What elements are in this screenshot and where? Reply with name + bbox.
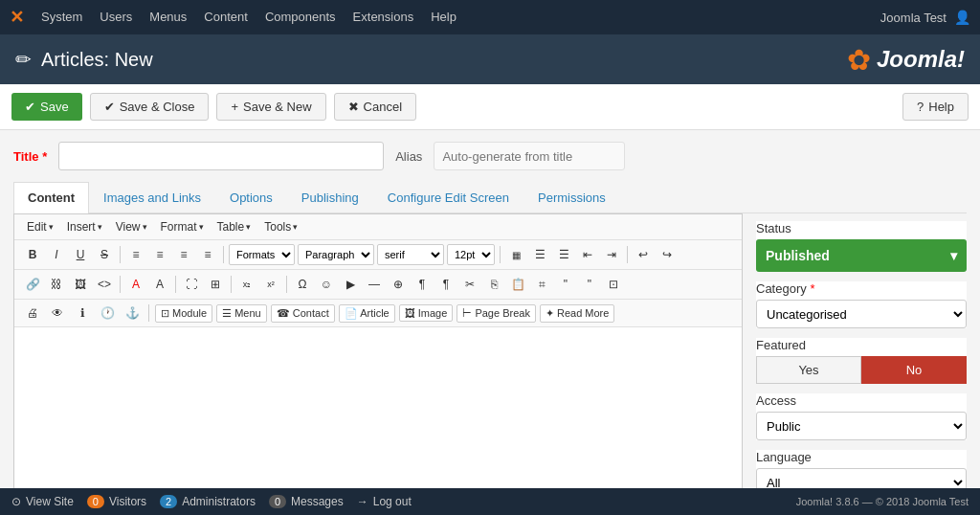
underline-button[interactable]: U <box>70 244 91 265</box>
align-left-button[interactable]: ≡ <box>125 244 146 265</box>
tab-images-links[interactable]: Images and Links <box>89 182 215 213</box>
media-button[interactable]: ▶ <box>340 274 361 295</box>
subscript-button[interactable]: x₂ <box>236 274 257 295</box>
clock-button[interactable]: 🕐 <box>97 302 118 324</box>
unlink-button[interactable]: ⛓ <box>46 274 67 295</box>
code-button[interactable]: <> <box>94 274 115 295</box>
nav-system[interactable]: System <box>33 0 90 34</box>
insert-readmore-button[interactable]: ✦ Read More <box>540 304 614 323</box>
insert-pagebreak-button[interactable]: ⊢ Page Break <box>457 304 536 323</box>
joomla-x-icon[interactable]: ✕ <box>10 7 24 28</box>
editor-menu-insert[interactable]: Insert ▾ <box>62 218 107 235</box>
editor-menu-tools[interactable]: Tools ▾ <box>259 218 302 235</box>
editor-menu-table[interactable]: Table ▾ <box>212 218 256 235</box>
nav-users[interactable]: Users <box>92 0 140 34</box>
source-button[interactable]: ⊡ <box>603 274 624 295</box>
view-site-item[interactable]: ⊙ View Site <box>11 495 74 508</box>
rtl-button[interactable]: ¶ <box>435 274 457 295</box>
special-char-button[interactable]: Ω <box>292 274 313 295</box>
featured-no-button[interactable]: No <box>861 356 967 384</box>
status-value: Published <box>766 248 830 263</box>
font-select[interactable]: serif <box>377 244 444 265</box>
bold-button[interactable]: B <box>22 244 43 265</box>
strikethrough-button[interactable]: S <box>94 244 115 265</box>
editor-menu-format[interactable]: Format ▾ <box>156 218 209 235</box>
title-row: Title * Alias <box>13 142 967 170</box>
outdent-button[interactable]: ⇤ <box>577 244 598 265</box>
show-blocks-button[interactable]: ⌗ <box>531 274 552 295</box>
toolbar-right: ? Help <box>902 93 969 121</box>
print-button[interactable]: 🖨 <box>22 302 43 324</box>
insert-image-button[interactable]: 🖼 Image <box>399 304 454 322</box>
nav-menus[interactable]: Menus <box>142 0 194 34</box>
fontsize-select[interactable]: 12pt <box>447 244 495 265</box>
bullet-list-button[interactable]: ☰ <box>529 244 550 265</box>
header-left: ✏ Articles: New <box>15 48 153 71</box>
insert-menu-button[interactable]: ☰ Menu <box>216 304 267 323</box>
pastetext-button[interactable]: ⊕ <box>388 274 409 295</box>
save-button[interactable]: ✔ Save <box>11 93 82 121</box>
editor-toolbar-2: 🔗 ⛓ 🖼 <> A A ⛶ ⊞ x₂ x² Ω ☺ ▶ <box>14 270 742 300</box>
nonbreaking-button[interactable]: " <box>579 274 600 295</box>
editor-menu-view[interactable]: View ▾ <box>111 218 152 235</box>
insert-article-button[interactable]: 📄 Article <box>339 304 395 323</box>
editor-toolbar-1: B I U S ≡ ≡ ≡ ≡ Formats Paragraph <box>14 240 742 270</box>
user-icon[interactable]: 👤 <box>954 10 970 25</box>
help-button[interactable]: ? Help <box>902 93 969 121</box>
save-new-button[interactable]: + Save & New <box>216 93 325 121</box>
text-highlight-button[interactable]: A <box>149 274 170 295</box>
nav-content[interactable]: Content <box>196 0 256 34</box>
paste-button[interactable]: 📋 <box>507 274 528 295</box>
tab-configure-edit-screen[interactable]: Configure Edit Screen <box>373 182 523 213</box>
alias-input[interactable] <box>434 142 625 170</box>
preview-button[interactable]: 👁 <box>47 302 68 324</box>
tab-publishing[interactable]: Publishing <box>287 182 373 213</box>
blockquote-button[interactable]: " <box>555 274 576 295</box>
tab-options[interactable]: Options <box>215 182 287 213</box>
tab-content[interactable]: Content <box>13 182 89 213</box>
hr-button[interactable]: — <box>364 274 385 295</box>
access-select[interactable]: Public <box>756 412 967 440</box>
table-button[interactable]: ⊞ <box>205 274 226 295</box>
redo-button[interactable]: ↪ <box>657 244 678 265</box>
superscript2-button[interactable]: x² <box>260 274 281 295</box>
nav-help[interactable]: Help <box>423 0 464 34</box>
align-right-button[interactable]: ≡ <box>173 244 194 265</box>
nav-components[interactable]: Components <box>257 0 344 34</box>
formats-select[interactable]: Formats <box>229 244 295 265</box>
tab-permissions[interactable]: Permissions <box>523 182 620 213</box>
insert-contact-button[interactable]: ☎ Contact <box>271 304 335 323</box>
superscript-button[interactable]: ▦ <box>505 244 526 265</box>
save-close-button[interactable]: ✔ Save & Close <box>90 93 210 121</box>
editor-body[interactable] <box>14 327 742 500</box>
category-select[interactable]: Uncategorised <box>756 300 967 328</box>
status-dropdown[interactable]: Published ▾ <box>756 239 967 272</box>
featured-yes-button[interactable]: Yes <box>756 356 861 384</box>
help2-button[interactable]: ℹ <box>72 302 93 324</box>
align-center-button[interactable]: ≡ <box>149 244 170 265</box>
paragraph-select[interactable]: Paragraph <box>298 244 374 265</box>
italic-button[interactable]: I <box>46 244 67 265</box>
title-input[interactable] <box>58 142 384 170</box>
image-insert-button[interactable]: 🖼 <box>70 274 91 295</box>
text-color-button[interactable]: A <box>125 274 146 295</box>
fullscreen-button[interactable]: ⛶ <box>181 274 202 295</box>
ordered-list-button[interactable]: ☰ <box>553 244 574 265</box>
cancel-button[interactable]: ✖ Cancel <box>334 93 416 121</box>
editor-menu-edit[interactable]: Edit ▾ <box>22 218 58 235</box>
ltr-button[interactable]: ¶ <box>412 274 433 295</box>
user-name[interactable]: Joomla Test <box>880 11 947 25</box>
logout-item[interactable]: → Log out <box>357 495 412 508</box>
link-button[interactable]: 🔗 <box>22 274 43 295</box>
nav-extensions[interactable]: Extensions <box>345 0 422 34</box>
anchor-button[interactable]: ⚓ <box>122 302 143 324</box>
indent-button[interactable]: ⇥ <box>601 244 622 265</box>
admins-label: Administrators <box>182 495 256 508</box>
insert-module-button[interactable]: ⊡ Module <box>155 304 212 323</box>
emoji-button[interactable]: ☺ <box>316 274 337 295</box>
cut-button[interactable]: ✂ <box>459 274 480 295</box>
align-justify-button[interactable]: ≡ <box>197 244 218 265</box>
copy-button[interactable]: ⎘ <box>483 274 504 295</box>
messages-item: 0 Messages <box>269 495 344 508</box>
undo-button[interactable]: ↩ <box>633 244 654 265</box>
